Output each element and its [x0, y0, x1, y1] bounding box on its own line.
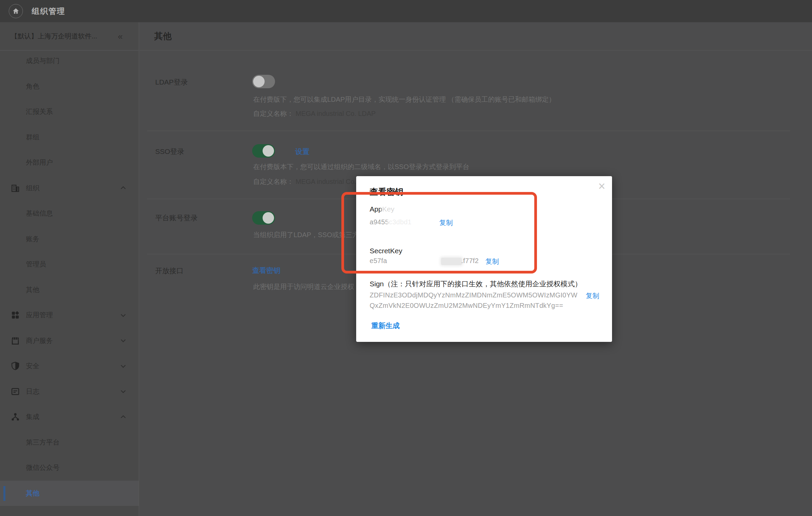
home-button[interactable]	[9, 4, 23, 18]
chevron-down-icon	[119, 311, 127, 319]
sidebar-item-members[interactable]: 成员与部门	[0, 51, 139, 74]
secretkey-mid-blur	[441, 258, 462, 265]
org-name-label[interactable]: 【默认】上海万企明道软件...	[11, 32, 112, 41]
open-api-description: 此密钥是用于访问明道云企业授权	[253, 282, 354, 291]
sign-value-line2: QxZmVkN2E0OWUzZmU2M2MwNDEyYmY1ZmRmNTdkYg…	[370, 302, 563, 309]
sso-custom-name: 自定义名称：MEGA industrial Co.	[253, 177, 356, 186]
toggle-knob	[263, 145, 274, 157]
secretkey-label: SecretKey	[370, 247, 402, 255]
sidebar-item-logs[interactable]: 日志	[0, 379, 139, 405]
sidebar-header: 【默认】上海万企明道软件... «	[0, 22, 139, 51]
sidebar-collapse-icon[interactable]: «	[118, 32, 122, 41]
sidebar-item-basic-info[interactable]: 基础信息	[0, 201, 139, 226]
sidebar-menu: 成员与部门 角色 汇报关系 群组 外部用户 组织	[0, 51, 139, 506]
secretkey-prefix: e57fa	[370, 257, 387, 265]
sign-copy-button[interactable]: 复制	[586, 291, 599, 300]
content-header: 其他	[139, 22, 812, 51]
sidebar-item-integration[interactable]: 集成	[0, 404, 139, 430]
appkey-copy-button[interactable]: 复制	[439, 218, 453, 227]
ldap-login-toggle[interactable]	[252, 75, 275, 88]
page-title: 组织管理	[32, 6, 65, 17]
platform-login-label: 平台账号登录	[155, 213, 198, 223]
sign-label: Sign（注：只针对应用下的接口生效，其他依然使用企业授权模式）	[370, 279, 582, 289]
view-secret-modal: 查看密钥 × AppKey a9455c3dbd1 复制 SecretKey e…	[356, 176, 612, 342]
close-icon[interactable]: ×	[598, 180, 605, 192]
open-api-label: 开放接口	[155, 266, 183, 275]
sso-login-description: 在付费版本下，您可以通过组织的二级域名，以SSO登录方式登录到平台	[253, 162, 469, 171]
sidebar-item-external-users[interactable]: 外部用户	[0, 150, 139, 175]
ldap-custom-name: 自定义名称：MEGA industrial Co. LDAP	[253, 109, 376, 118]
sidebar-item-other-selected[interactable]: 其他	[0, 481, 139, 506]
sidebar-nav: 成员与部门 角色 汇报关系 群组 外部用户 组织	[0, 51, 139, 516]
platform-login-description: 当组织启用了LDAP，SSO或第三方	[253, 230, 359, 240]
platform-login-toggle[interactable]	[252, 211, 275, 225]
sso-settings-link[interactable]: 设置	[295, 147, 309, 156]
toggle-knob	[253, 76, 265, 87]
building-icon	[11, 184, 20, 193]
modal-title: 查看密钥	[370, 186, 403, 197]
sidebar-item-billing[interactable]: 账务	[0, 226, 139, 252]
chevron-down-icon	[119, 337, 127, 344]
app-window: 组织管理 【默认】上海万企明道软件... « 其他 成员与部门 角色 汇报关系 …	[0, 0, 812, 516]
top-app-bar: 组织管理	[0, 0, 812, 22]
ldap-login-label: LDAP登录	[155, 78, 188, 87]
chevron-up-icon	[119, 413, 127, 421]
view-secret-link[interactable]: 查看密钥	[252, 266, 281, 275]
shield-icon	[11, 361, 20, 371]
sso-login-toggle[interactable]	[252, 144, 275, 158]
secretkey-copy-button[interactable]: 复制	[486, 257, 499, 266]
section-divider	[147, 131, 790, 131]
toggle-knob	[263, 212, 274, 224]
sidebar-item-security[interactable]: 安全	[0, 353, 139, 379]
chevron-down-icon	[119, 388, 127, 395]
integration-icon	[11, 412, 20, 422]
sign-value-line1: ZDFINzE3ODdjMDQyYzNmMzZIMDNmZmE5OWM5OWIz…	[370, 291, 577, 299]
sidebar-item-admins[interactable]: 管理员	[0, 252, 139, 277]
secretkey-suffix: .f77f2	[461, 257, 479, 265]
chevron-down-icon	[119, 362, 127, 370]
sidebar-item-reporting[interactable]: 汇报关系	[0, 99, 139, 125]
section-heading: 其他	[154, 30, 172, 42]
sso-login-label: SSO登录	[155, 147, 184, 156]
appkey-value: a9455c3dbd1	[370, 218, 412, 226]
sidebar-item-wechat[interactable]: 微信公众号	[0, 455, 139, 481]
home-icon	[12, 7, 20, 15]
sidebar-item-roles[interactable]: 角色	[0, 74, 139, 99]
log-icon	[11, 387, 20, 396]
appkey-label: AppKey	[370, 205, 395, 213]
regenerate-button[interactable]: 重新生成	[371, 321, 400, 330]
sidebar-item-third-party[interactable]: 第三方平台	[0, 430, 139, 455]
ldap-login-description: 在付费版下，您可以集成LDAP用户目录，实现统一身份认证管理 （需确保员工的账号…	[253, 95, 555, 104]
sidebar-item-app-management[interactable]: 应用管理	[0, 302, 139, 328]
apps-icon	[11, 310, 20, 320]
sidebar-item-merchant-services[interactable]: 商户服务	[0, 328, 139, 354]
sidebar-item-org-other[interactable]: 其他	[0, 277, 139, 303]
store-icon	[11, 336, 20, 345]
sidebar-item-groups[interactable]: 群组	[0, 125, 139, 150]
sidebar-item-organization[interactable]: 组织	[0, 175, 139, 201]
chevron-up-icon	[119, 184, 127, 192]
